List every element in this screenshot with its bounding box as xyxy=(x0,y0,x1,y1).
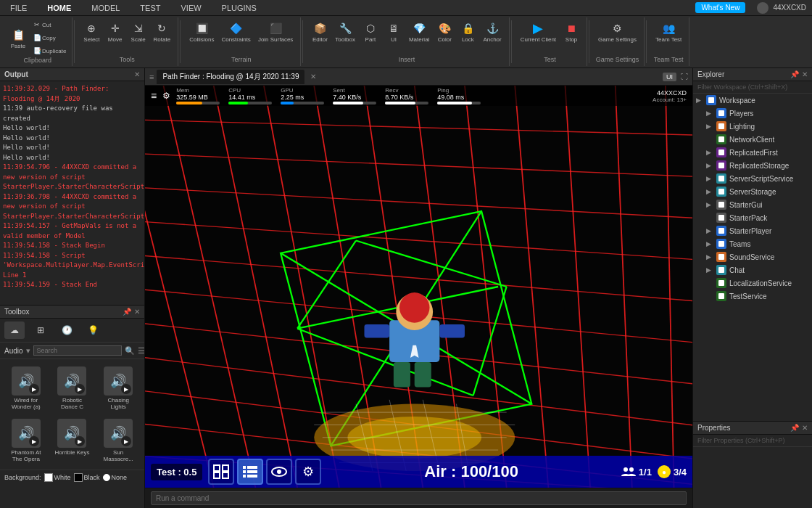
viewport-tab-item[interactable]: Path Finder : Flooding @ 14月 2020 11:39 xyxy=(157,70,304,84)
join-surfaces-button[interactable]: ⬛ Join Surfaces xyxy=(255,19,296,44)
metric-ping: Ping 49.08 ms xyxy=(437,87,481,105)
scale-button[interactable]: ⇲ Scale xyxy=(128,19,149,44)
toolbox-close-icon[interactable]: ✕ xyxy=(134,308,140,316)
test-label: Test : 0.5 xyxy=(151,464,202,480)
svg-rect-73 xyxy=(718,189,724,194)
part-icon: ⬡ xyxy=(362,20,378,36)
tree-item[interactable]: ▶ Workspace xyxy=(693,94,812,107)
hud-menu-icon[interactable]: ≡ xyxy=(151,90,157,102)
coin-icon: ● xyxy=(658,465,671,478)
explorer-close-icon[interactable]: ✕ xyxy=(802,70,808,78)
material-button[interactable]: 💎 Material xyxy=(406,19,432,44)
menu-file[interactable]: FILE xyxy=(6,2,31,14)
explorer-pin-icon[interactable]: 📌 xyxy=(790,70,799,78)
part-button[interactable]: ⬡ Part xyxy=(360,19,381,44)
bg-none-option[interactable]: None xyxy=(103,474,128,481)
audio-dropdown-arrow[interactable]: ▾ xyxy=(26,346,30,356)
menu-model[interactable]: MODEL xyxy=(87,2,124,14)
viewport-menu-icon[interactable]: ≡ xyxy=(149,73,154,81)
tree-item[interactable]: ▶ ReplicatedStorage xyxy=(693,159,812,172)
toolbox-item[interactable]: 🔊 ▶ Robotic Dance C xyxy=(51,364,94,413)
rotate-button[interactable]: ↻ Rotate xyxy=(151,19,174,44)
toolbox-item-icon: 🔊 ▶ xyxy=(12,366,41,396)
log-entry: 11:39:36.798 - 44XXCXD committed a new v… xyxy=(3,192,141,222)
bg-white-option[interactable]: White xyxy=(44,473,71,482)
tree-item[interactable]: ▶ ServerStorage xyxy=(693,185,812,198)
bg-black-option[interactable]: Black xyxy=(74,473,100,482)
move-button[interactable]: ✛ Move xyxy=(104,19,126,44)
properties-close-icon[interactable]: ✕ xyxy=(802,424,808,432)
tree-item[interactable]: TestService xyxy=(693,290,812,303)
toolbox-filter-icon[interactable]: ☰ xyxy=(138,346,145,356)
tree-item[interactable]: ▶ StarterPlayer xyxy=(693,224,812,237)
menu-test[interactable]: TEST xyxy=(136,2,165,14)
command-input[interactable] xyxy=(151,491,687,505)
properties-pin-icon[interactable]: 📌 xyxy=(790,424,799,432)
tree-item[interactable]: ▶ StarterGui xyxy=(693,198,812,211)
toolbox-item[interactable]: 🔊 ▶ Wired for Wonder (a) xyxy=(4,364,48,413)
hud-eye-icon[interactable] xyxy=(266,459,292,485)
clipboard-label: Clipboard xyxy=(23,57,51,65)
hud-settings-icon[interactable]: ⚙ xyxy=(162,91,170,101)
tree-item[interactable]: NetworkClient xyxy=(693,133,812,146)
ui-button[interactable]: 🖥 UI xyxy=(383,19,405,44)
toolbox-pin-icon[interactable]: 📌 xyxy=(123,308,131,316)
toolbox-item-label: Chasing Lights xyxy=(99,397,137,410)
whats-new-button[interactable]: What's New xyxy=(695,2,745,13)
select-button[interactable]: ⊕ Select xyxy=(80,19,102,44)
stop-button[interactable]: ⏹ Stop xyxy=(560,19,582,44)
team-test-button[interactable]: 👥 Team Test xyxy=(652,19,684,44)
editor-button[interactable]: 📦 Editor xyxy=(309,19,331,44)
hud-inventory-icon[interactable] xyxy=(208,459,234,485)
properties-filter[interactable]: Filter Properties (Ctrl+Shift+P) xyxy=(693,435,812,447)
bg-black-label: Black xyxy=(84,474,100,481)
tree-item[interactable]: ▶ Lighting xyxy=(693,120,812,133)
toolbox-item[interactable]: 🔊 ▶ Chasing Lights xyxy=(96,364,140,413)
toolbar-insert-section: 📦 Editor 🔧 Toolbox ⬡ Part 🖥 UI 💎 M xyxy=(304,17,509,66)
duplicate-button[interactable]: 📑 Duplicate xyxy=(30,45,67,57)
toolbox-item[interactable]: 🔊 ▶ Phantom At The Opera xyxy=(4,416,48,465)
menu-plugins[interactable]: PLUGINS xyxy=(218,2,261,14)
toolbox-tab-light[interactable]: 💡 xyxy=(83,321,103,339)
menu-view[interactable]: VIEW xyxy=(176,2,205,14)
color-button[interactable]: 🎨 Color xyxy=(434,19,455,44)
toolbox-search-icon[interactable]: 🔍 xyxy=(125,346,135,356)
toolbox-item[interactable]: 🔊 ▶ Sun Massacre... xyxy=(96,416,140,465)
hud-gear-icon[interactable]: ⚙ xyxy=(295,459,321,485)
copy-button[interactable]: 📄 Copy xyxy=(30,32,67,44)
svg-rect-54 xyxy=(214,472,220,478)
hud-list-icon[interactable] xyxy=(237,459,263,485)
tree-item[interactable]: ▶ Teams xyxy=(693,237,812,250)
toolbox-tab-clock[interactable]: 🕐 xyxy=(57,321,77,339)
cut-button[interactable]: ✂ Cut xyxy=(30,19,67,30)
tree-item[interactable]: StarterPack xyxy=(693,211,812,224)
tree-item[interactable]: ▶ Players xyxy=(693,107,812,120)
tree-item[interactable]: ▶ SoundService xyxy=(693,250,812,263)
toolbox-item[interactable]: 🔊 ▶ Horrible Keys xyxy=(51,416,94,465)
toolbox-icon: 🔧 xyxy=(337,20,353,36)
viewport-expand-icon[interactable]: ⛶ xyxy=(681,73,688,81)
game-settings-button[interactable]: ⚙ Game Settings xyxy=(595,19,639,44)
collisions-button[interactable]: 🔲 Collisions xyxy=(186,19,217,44)
toolbox-tab-grid[interactable]: ⊞ xyxy=(30,321,51,339)
tree-item[interactable]: LocalizationService xyxy=(693,276,812,290)
current-client-button[interactable]: ▶ Current Client xyxy=(518,19,559,44)
menu-home[interactable]: HOME xyxy=(43,2,75,14)
output-close-icon[interactable]: ✕ xyxy=(134,70,140,78)
tree-item[interactable]: ▶ Chat xyxy=(693,263,812,276)
constraints-button[interactable]: 🔷 Constraints xyxy=(218,19,253,44)
toolbox-tab-cloud[interactable]: ☁ xyxy=(4,321,25,339)
toolbox-search-input[interactable] xyxy=(33,345,122,356)
paste-button[interactable]: 📋 Paste xyxy=(7,25,29,51)
background-label: Background: xyxy=(4,474,41,481)
tree-item[interactable]: ▶ ServerScriptService xyxy=(693,172,812,185)
ui-toggle-btn[interactable]: UI xyxy=(663,73,676,81)
anchor-button[interactable]: ⚓ Anchor xyxy=(480,19,504,44)
svg-rect-60 xyxy=(247,470,257,473)
viewport-tab-close[interactable]: ✕ xyxy=(310,73,316,81)
viewport[interactable]: ≡ ⚙ Mem 325.59 MB CPU 14.41 ms GPU xyxy=(145,86,692,488)
toolbox-button[interactable]: 🔧 Toolbox xyxy=(332,19,358,44)
tree-item[interactable]: ▶ ReplicatedFirst xyxy=(693,146,812,159)
lock-button[interactable]: 🔒 Lock xyxy=(457,19,478,44)
explorer-filter[interactable]: Filter Workspace (Ctrl+Shift+X) xyxy=(693,81,812,94)
